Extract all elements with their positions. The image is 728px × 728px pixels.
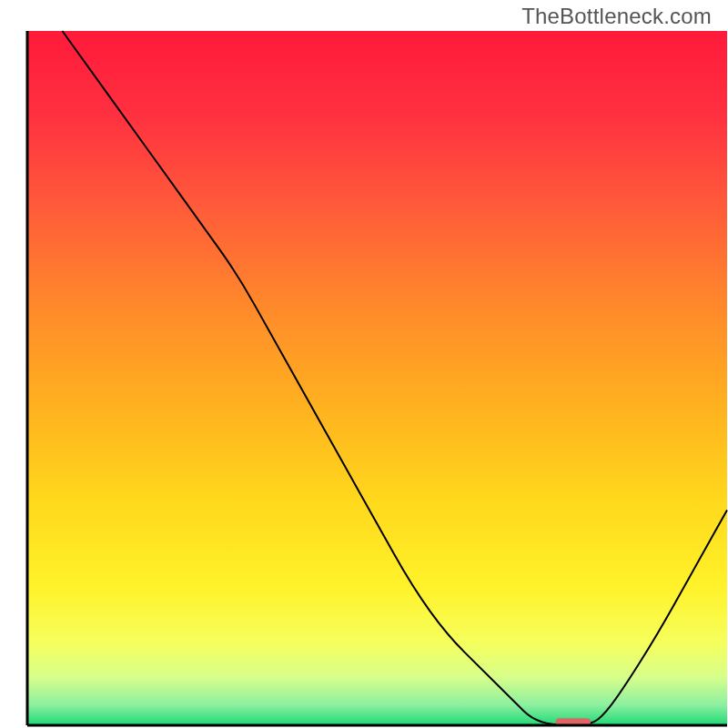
chart-canvas: TheBottleneck.com bbox=[0, 0, 728, 728]
plot-background bbox=[27, 31, 727, 725]
chart-svg bbox=[0, 0, 728, 728]
